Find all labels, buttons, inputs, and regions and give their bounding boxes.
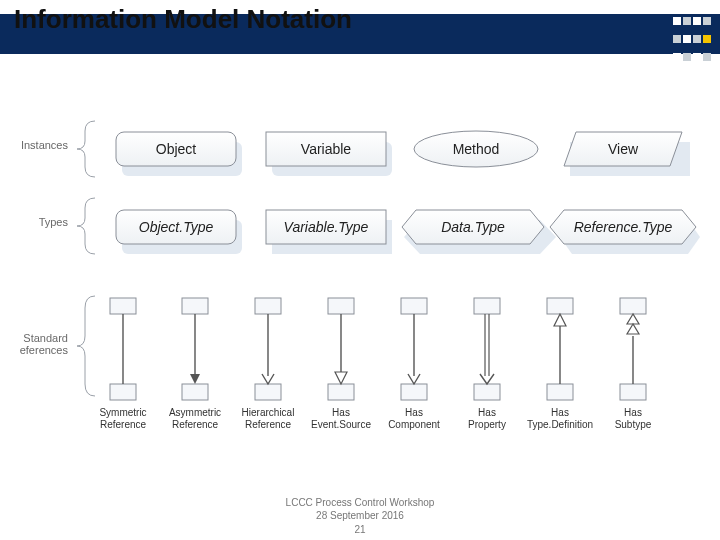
label-variable: Variable [301, 141, 352, 157]
diagram-area: Instances Types Standard References Obje… [0, 56, 720, 446]
row-label-references-1: Standard [23, 332, 68, 344]
ref-hierarchical: Hierarchical Reference [242, 298, 295, 430]
svg-marker-43 [554, 314, 566, 326]
svg-rect-46 [620, 298, 646, 314]
references-row: Symmetric Reference Asymmetric Reference… [99, 298, 651, 430]
footer: LCCC Process Control Workshop 28 Septemb… [0, 496, 720, 537]
svg-rect-30 [401, 384, 427, 400]
svg-rect-23 [328, 298, 354, 314]
svg-text:Event.Source: Event.Source [311, 419, 371, 430]
footer-line2: 28 September 2016 [316, 510, 404, 521]
svg-rect-12 [182, 298, 208, 314]
label-variable-type: Variable.Type [284, 219, 369, 235]
row-label-references-2: References [20, 344, 68, 356]
svg-text:Has: Has [551, 407, 569, 418]
svg-text:Type.Definition: Type.Definition [527, 419, 593, 430]
svg-text:Has: Has [624, 407, 642, 418]
svg-rect-19 [255, 384, 281, 400]
svg-rect-34 [474, 298, 500, 314]
svg-rect-13 [182, 384, 208, 400]
notation-diagram: Instances Types Standard References Obje… [20, 86, 700, 446]
decorative-pixels [672, 16, 712, 70]
footer-line1: LCCC Process Control Workshop [286, 497, 435, 508]
ref-has-typedef: Has Type.Definition [527, 298, 593, 430]
svg-text:Asymmetric: Asymmetric [169, 407, 221, 418]
ref-has-eventsource: Has Event.Source [311, 298, 371, 430]
footer-page: 21 [354, 524, 365, 535]
svg-text:Has: Has [405, 407, 423, 418]
svg-rect-35 [474, 384, 500, 400]
svg-marker-50 [627, 324, 639, 334]
svg-marker-26 [335, 372, 347, 384]
ref-symmetric: Symmetric Reference [99, 298, 146, 430]
ref-has-subtype: Has Subtype [615, 298, 652, 430]
svg-text:Has: Has [332, 407, 350, 418]
ref-asymmetric: Asymmetric Reference [169, 298, 221, 430]
label-object-type: Object.Type [139, 219, 214, 235]
svg-text:Reference: Reference [100, 419, 147, 430]
svg-rect-24 [328, 384, 354, 400]
label-view: View [608, 141, 639, 157]
page-title: Information Model Notation [0, 0, 720, 35]
svg-text:Symmetric: Symmetric [99, 407, 146, 418]
svg-rect-47 [620, 384, 646, 400]
svg-rect-8 [110, 384, 136, 400]
label-method: Method [453, 141, 500, 157]
title-bar: Information Model Notation [0, 0, 720, 56]
svg-rect-7 [110, 298, 136, 314]
svg-text:Property: Property [468, 419, 506, 430]
svg-text:Has: Has [478, 407, 496, 418]
ref-has-property: Has Property [468, 298, 506, 430]
ref-has-component: Has Component [388, 298, 440, 430]
svg-text:Reference: Reference [245, 419, 292, 430]
row-label-instances: Instances [21, 139, 69, 151]
svg-text:Reference: Reference [172, 419, 219, 430]
svg-text:Component: Component [388, 419, 440, 430]
svg-text:Hierarchical: Hierarchical [242, 407, 295, 418]
row-label-types: Types [39, 216, 69, 228]
svg-rect-40 [547, 298, 573, 314]
svg-rect-41 [547, 384, 573, 400]
svg-text:Subtype: Subtype [615, 419, 652, 430]
svg-rect-29 [401, 298, 427, 314]
label-object: Object [156, 141, 197, 157]
label-data-type: Data.Type [441, 219, 505, 235]
svg-marker-15 [190, 374, 200, 384]
label-reference-type: Reference.Type [574, 219, 673, 235]
svg-marker-49 [627, 314, 639, 324]
svg-rect-18 [255, 298, 281, 314]
